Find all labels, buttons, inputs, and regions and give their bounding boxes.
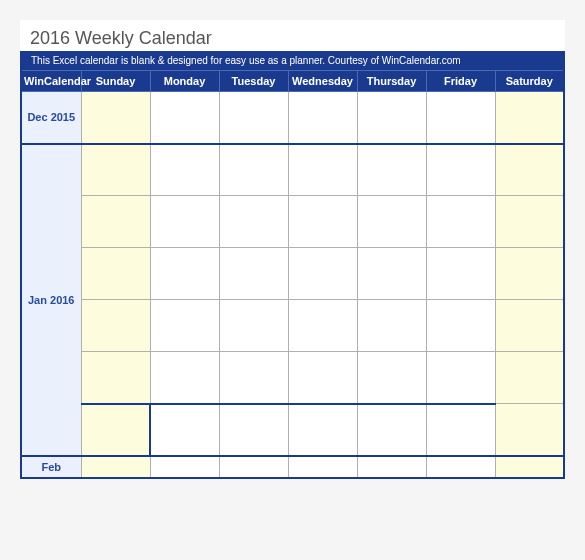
day-cell[interactable]: [81, 92, 150, 144]
day-cell[interactable]: [150, 352, 219, 404]
week-row: [21, 404, 564, 456]
day-cell[interactable]: [426, 456, 495, 478]
day-cell[interactable]: [288, 196, 357, 248]
day-cell[interactable]: [150, 92, 219, 144]
day-cell[interactable]: [219, 92, 288, 144]
day-cell[interactable]: [495, 92, 564, 144]
day-cell[interactable]: [357, 196, 426, 248]
week-row: Feb: [21, 456, 564, 478]
brand-cell[interactable]: WinCalendar: [21, 71, 81, 92]
page-title: 2016 Weekly Calendar: [20, 20, 565, 51]
day-cell[interactable]: [219, 300, 288, 352]
day-header-tuesday: Tuesday: [219, 71, 288, 92]
day-cell[interactable]: [426, 92, 495, 144]
day-cell[interactable]: [81, 456, 150, 478]
day-cell[interactable]: [81, 144, 150, 196]
day-cell[interactable]: [495, 144, 564, 196]
day-cell[interactable]: [150, 248, 219, 300]
day-cell[interactable]: [288, 352, 357, 404]
header-row: WinCalendar Sunday Monday Tuesday Wednes…: [21, 71, 564, 92]
day-header-monday: Monday: [150, 71, 219, 92]
day-cell[interactable]: [357, 92, 426, 144]
day-cell[interactable]: [288, 144, 357, 196]
day-header-sunday: Sunday: [81, 71, 150, 92]
day-cell[interactable]: [150, 456, 219, 478]
day-cell[interactable]: [219, 404, 288, 456]
day-cell[interactable]: [150, 404, 219, 456]
week-row: [21, 300, 564, 352]
calendar-grid: WinCalendar Sunday Monday Tuesday Wednes…: [20, 70, 565, 479]
day-cell[interactable]: [150, 196, 219, 248]
week-row: [21, 196, 564, 248]
day-cell[interactable]: [150, 144, 219, 196]
day-cell[interactable]: [219, 196, 288, 248]
day-cell[interactable]: [81, 352, 150, 404]
month-label-feb: Feb: [21, 456, 81, 478]
day-cell[interactable]: [357, 248, 426, 300]
calendar-document: 2016 Weekly Calendar This Excel calendar…: [20, 20, 565, 479]
day-cell[interactable]: [219, 352, 288, 404]
week-row: [21, 248, 564, 300]
week-row: Dec 2015: [21, 92, 564, 144]
day-cell[interactable]: [357, 352, 426, 404]
day-cell[interactable]: [81, 404, 150, 456]
day-cell[interactable]: [150, 300, 219, 352]
day-cell[interactable]: [357, 300, 426, 352]
day-cell[interactable]: [288, 404, 357, 456]
day-cell[interactable]: [357, 456, 426, 478]
day-header-thursday: Thursday: [357, 71, 426, 92]
day-cell[interactable]: [426, 248, 495, 300]
day-cell[interactable]: [288, 300, 357, 352]
day-cell[interactable]: [288, 92, 357, 144]
day-cell[interactable]: [288, 456, 357, 478]
day-cell[interactable]: [219, 248, 288, 300]
day-cell[interactable]: [81, 248, 150, 300]
day-cell[interactable]: [426, 196, 495, 248]
day-cell[interactable]: [426, 352, 495, 404]
day-header-wednesday: Wednesday: [288, 71, 357, 92]
day-cell[interactable]: [495, 300, 564, 352]
day-header-saturday: Saturday: [495, 71, 564, 92]
day-cell[interactable]: [288, 248, 357, 300]
day-cell[interactable]: [219, 144, 288, 196]
day-cell[interactable]: [495, 404, 564, 456]
day-cell[interactable]: [426, 300, 495, 352]
month-label-dec-2015: Dec 2015: [21, 92, 81, 144]
month-label-jan-2016: Jan 2016: [21, 144, 81, 456]
day-cell[interactable]: [495, 352, 564, 404]
subtitle-bar: This Excel calendar is blank & designed …: [20, 51, 565, 70]
day-cell[interactable]: [495, 248, 564, 300]
week-row: Jan 2016: [21, 144, 564, 196]
day-cell[interactable]: [81, 300, 150, 352]
day-cell[interactable]: [219, 456, 288, 478]
day-cell[interactable]: [357, 404, 426, 456]
day-cell[interactable]: [426, 404, 495, 456]
day-cell[interactable]: [495, 456, 564, 478]
day-cell[interactable]: [495, 196, 564, 248]
day-cell[interactable]: [426, 144, 495, 196]
day-header-friday: Friday: [426, 71, 495, 92]
day-cell[interactable]: [357, 144, 426, 196]
day-cell[interactable]: [81, 196, 150, 248]
week-row: [21, 352, 564, 404]
